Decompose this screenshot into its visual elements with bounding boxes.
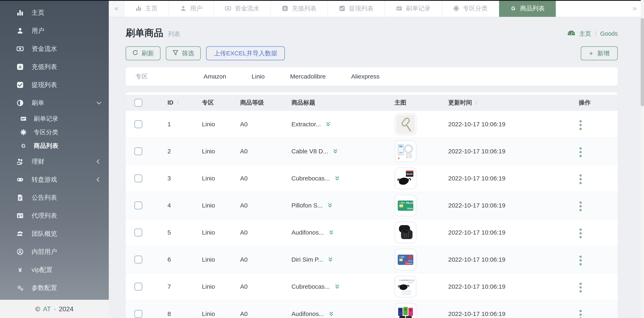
sidebar-item-users[interactable]: 用户 [0, 22, 109, 40]
column-header-updated[interactable]: 更新时间↑ [434, 95, 564, 111]
row-checkbox[interactable] [134, 147, 142, 155]
sidebar-item-recharge-list[interactable]: A 充值列表 [0, 58, 109, 76]
svg-text:PILLO: PILLO [406, 202, 413, 204]
cell-grade: A0 [226, 192, 277, 219]
product-image[interactable] [394, 303, 416, 318]
sidebar-item-withdraw-list[interactable]: 提现列表 [0, 76, 109, 94]
expand-title-icon[interactable] [325, 121, 331, 127]
tab-withdraw-list[interactable]: 提现列表 [328, 0, 385, 17]
cell-grade: A0 [226, 273, 277, 300]
sidebar-item-label: 主页 [32, 8, 44, 17]
row-actions-button[interactable] [579, 173, 582, 186]
expand-title-icon[interactable] [328, 311, 334, 317]
sidebar-item-label: 用户 [32, 26, 44, 35]
cell-zone: Linio [187, 192, 226, 219]
expand-title-icon[interactable] [334, 284, 340, 290]
row-actions-button[interactable] [579, 254, 582, 267]
product-image[interactable]: 7 díasPILLORifate [394, 194, 416, 217]
product-image[interactable]: 7 díasPlanConoce [394, 249, 416, 271]
svg-text:A: A [284, 6, 286, 11]
sidebar-item-label: 刷单 [32, 99, 44, 107]
sidebar-item-brush-order[interactable]: 刷单 [0, 94, 109, 112]
tabs-scroll-left-button[interactable]: « [109, 0, 124, 17]
row-checkbox[interactable] [134, 310, 142, 318]
sidebar-item-internal-users[interactable]: 内部用户 [0, 243, 109, 261]
svg-text:MASK: MASK [406, 173, 413, 175]
burst-icon [19, 129, 28, 135]
select-all-checkbox[interactable] [134, 99, 142, 107]
expand-title-icon[interactable] [334, 176, 340, 181]
product-image[interactable]: CUBREBOCASNEGRO [394, 276, 416, 298]
refresh-icon [132, 50, 138, 57]
refresh-button-label: 刷新 [142, 49, 154, 58]
sidebar-item-label: 刷单记录 [34, 115, 58, 123]
row-actions-button[interactable] [579, 119, 582, 132]
sidebar-item-funds-flow[interactable]: 资金流水 [0, 40, 109, 58]
sidebar-item-agent-list[interactable]: 代理列表 [0, 207, 109, 225]
zone-option-aliexpress[interactable]: Aliexpress [351, 73, 380, 80]
filter-button[interactable]: 筛选 [166, 46, 201, 60]
check-square-icon [339, 5, 345, 11]
product-image[interactable] [394, 221, 416, 244]
row-checkbox[interactable] [134, 283, 142, 291]
cell-zone: Linio [187, 300, 226, 318]
row-actions-button[interactable] [579, 146, 582, 159]
row-actions-button[interactable] [579, 281, 582, 294]
column-header-id[interactable]: ID↑ [151, 95, 187, 111]
sidebar-item-vip-config[interactable]: ¥ vip配置 [0, 261, 109, 279]
page-scrollbar-thumb[interactable] [641, 18, 644, 106]
tab-recharge-list[interactable]: A 充值列表 [271, 0, 328, 17]
sidebar-item-finance[interactable]: 理财 [0, 153, 109, 171]
admin-app: 主页 用户 资金流水 A 充值列表 提现列表 刷单 [0, 0, 644, 318]
tab-label: 充值列表 [292, 4, 316, 13]
footer-dot: · [54, 305, 56, 313]
breadcrumb-home-link[interactable]: 主页 [579, 30, 591, 38]
zone-option-linio[interactable]: Linio [252, 73, 264, 80]
row-checkbox[interactable] [134, 256, 142, 264]
upload-excel-button[interactable]: 上传EXCEL并导入数据 [206, 46, 285, 60]
sidebar-item-params-config[interactable]: 参数配置 [0, 279, 109, 297]
expand-title-icon[interactable] [328, 230, 334, 235]
sidebar-item-notice-list[interactable]: 公告列表 [0, 189, 109, 207]
tab-zone-category[interactable]: 专区分类 [442, 0, 499, 17]
expand-title-icon[interactable] [332, 148, 338, 154]
sidebar-item-brush-order-record[interactable]: 刷单记录 [0, 112, 109, 125]
tab-home[interactable]: 主页 [124, 0, 169, 17]
sidebar-item-home[interactable]: 主页 [0, 4, 109, 22]
tab-funds-flow[interactable]: 资金流水 [214, 0, 271, 17]
row-checkbox[interactable] [134, 228, 142, 237]
expand-title-icon[interactable] [327, 203, 333, 208]
row-actions-button[interactable] [579, 227, 582, 240]
card-amex-icon [19, 116, 28, 122]
tab-brush-order-record[interactable]: 刷单记录 [385, 0, 442, 17]
sidebar-item-team-overview[interactable]: 团队概览 [0, 225, 109, 243]
table-row: 3 Linio A0 Cubrebocas... MASK 2022-10-17… [126, 165, 618, 192]
sidebar-item-zone-category[interactable]: 专区分类 [0, 125, 109, 139]
refresh-button[interactable]: 刷新 [126, 46, 160, 60]
sidebar-item-goods-list[interactable]: G 商品列表 [0, 139, 109, 153]
cell-title: Audifonos... [292, 229, 324, 236]
product-image[interactable]: MASK [394, 167, 416, 189]
row-checkbox[interactable] [134, 120, 142, 128]
zone-option-amazon[interactable]: Amazon [204, 73, 226, 80]
expand-title-icon[interactable] [328, 257, 333, 263]
product-image[interactable] [394, 140, 416, 162]
row-checkbox[interactable] [134, 174, 142, 182]
add-button[interactable]: + 新增 [581, 46, 618, 60]
row-actions-button[interactable] [579, 200, 582, 213]
gauge-icon [567, 30, 576, 37]
product-image[interactable] [394, 113, 416, 135]
table-row: 7 Linio A0 Cubrebocas... CUBREBOCASNEGRO… [126, 273, 618, 300]
row-checkbox[interactable] [134, 201, 142, 210]
sidebar-item-label: 理财 [32, 157, 44, 166]
toolbar: 刷新 筛选 上传EXCEL并导入数据 + 新增 [126, 46, 618, 60]
tab-goods-list[interactable]: G 商品列表 [499, 0, 556, 17]
zone-filter-bar: 专区 Amazon Linio Mercadolibre Aliexpress [126, 67, 618, 86]
tab-users[interactable]: 用户 [169, 0, 214, 17]
sidebar-item-label: 充值列表 [32, 62, 57, 71]
zone-option-mercadolibre[interactable]: Mercadolibre [290, 73, 326, 80]
page-header: 刷单商品 列表 主页 / Goods [126, 27, 618, 39]
check-square-icon [16, 81, 25, 88]
row-actions-button[interactable] [579, 308, 582, 318]
sidebar-item-wheel-game[interactable]: 转盘游戏 [0, 171, 109, 189]
